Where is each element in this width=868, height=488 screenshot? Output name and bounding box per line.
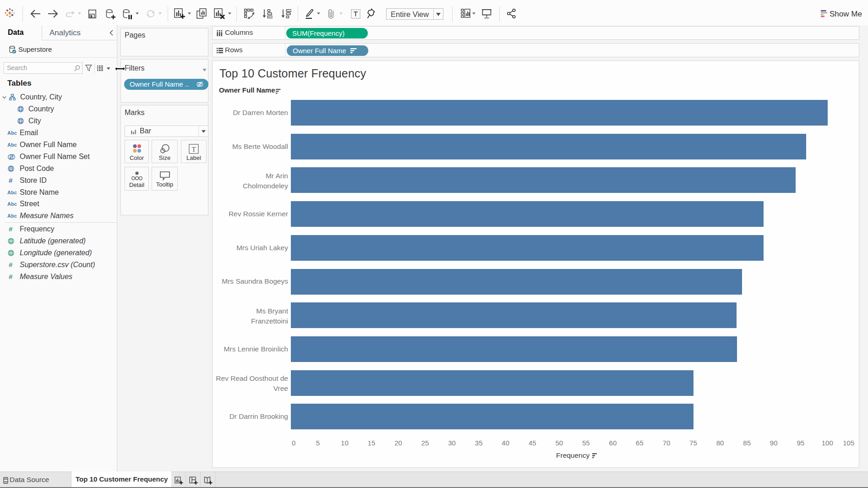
svg-text:T: T: [192, 146, 196, 153]
